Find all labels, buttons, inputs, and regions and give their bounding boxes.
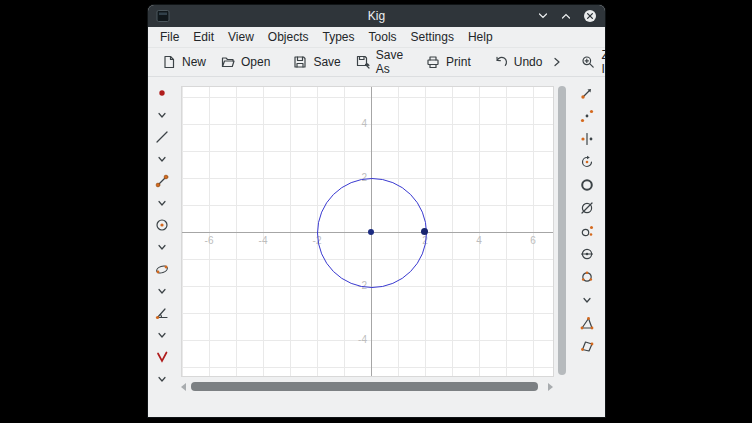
x-tick-label: -4 — [251, 235, 275, 246]
polygon-icon — [579, 315, 595, 331]
transform-tool-expander[interactable] — [578, 292, 596, 308]
undo-dropdown-chevron-icon[interactable] — [549, 55, 565, 69]
menubar: File Edit View Objects Types Tools Setti… — [148, 27, 605, 47]
vector-polygon-tool-button[interactable] — [578, 338, 596, 354]
vertical-scrollbar[interactable] — [557, 86, 567, 377]
chevron-down-icon — [156, 197, 168, 209]
open-button[interactable]: Open — [213, 50, 277, 74]
conic-tool-button[interactable] — [153, 261, 171, 277]
point-on-circle-object[interactable] — [421, 228, 428, 235]
central-symmetry-icon — [579, 108, 595, 124]
similitude-tool-button[interactable] — [578, 223, 596, 239]
harmonic-icon — [579, 246, 595, 262]
zoom-in-icon — [580, 54, 596, 70]
rotate-icon — [579, 154, 595, 170]
y-tick-label: 4 — [339, 118, 367, 129]
close-button[interactable] — [583, 9, 597, 23]
menu-file[interactable]: File — [153, 30, 186, 44]
titlebar[interactable]: Kig — [148, 5, 605, 27]
angle-tool-expander[interactable] — [153, 327, 171, 343]
right-toolbar — [569, 77, 605, 417]
new-button[interactable]: New — [154, 50, 213, 74]
segment-icon — [154, 173, 170, 189]
save-button[interactable]: Save — [285, 50, 347, 74]
test-tool-button[interactable] — [153, 349, 171, 365]
circle-tool-button[interactable] — [153, 217, 171, 233]
translate-icon — [579, 85, 595, 101]
chevron-down-icon — [156, 153, 168, 165]
similitude-icon — [579, 223, 595, 239]
segment-tool-button[interactable] — [153, 173, 171, 189]
print-button[interactable]: Print — [418, 50, 478, 74]
chevron-down-icon — [156, 373, 168, 385]
polygon-tool-button[interactable] — [578, 315, 596, 331]
chevron-down-icon — [156, 109, 168, 121]
vector-polygon-icon — [579, 338, 595, 354]
reflect-tool-button[interactable] — [578, 131, 596, 147]
projective-icon — [579, 200, 595, 216]
translate-tool-button[interactable] — [578, 85, 596, 101]
vertical-scrollbar-thumb[interactable] — [558, 86, 566, 375]
menu-help[interactable]: Help — [461, 30, 500, 44]
save-as-icon — [355, 54, 371, 70]
scroll-right-arrow-icon[interactable] — [548, 383, 553, 391]
menu-edit[interactable]: Edit — [186, 30, 221, 44]
new-document-icon — [161, 54, 177, 70]
horizontal-scrollbar-thumb[interactable] — [191, 382, 538, 391]
circle-icon — [154, 217, 170, 233]
test-tool-expander[interactable] — [153, 371, 171, 387]
save-as-label: Save As — [376, 48, 403, 76]
affinity-icon — [579, 269, 595, 285]
line-tool-button[interactable] — [153, 129, 171, 145]
angle-tool-button[interactable] — [153, 305, 171, 321]
point-tool-expander[interactable] — [153, 107, 171, 123]
rotate-tool-button[interactable] — [578, 154, 596, 170]
inversion-tool-button[interactable] — [578, 177, 596, 193]
angle-icon — [154, 305, 170, 321]
kig-window: Kig File Edit View Objects Types Tools S… — [148, 5, 605, 417]
horizontal-scrollbar-track[interactable] — [189, 382, 545, 391]
geometry-canvas[interactable]: -6 -4 -2 2 4 6 4 2 -2 -4 — [181, 86, 554, 377]
projective-tool-button[interactable] — [578, 200, 596, 216]
harmonic-tool-button[interactable] — [578, 246, 596, 262]
app-icon — [156, 9, 170, 23]
menu-tools[interactable]: Tools — [362, 30, 404, 44]
x-tick-label: 6 — [521, 235, 545, 246]
center-point-object[interactable] — [368, 229, 374, 235]
main-area: -6 -4 -2 2 4 6 4 2 -2 -4 — [148, 77, 605, 417]
print-icon — [425, 54, 441, 70]
save-icon — [292, 54, 308, 70]
line-icon — [154, 129, 170, 145]
open-label: Open — [241, 55, 270, 69]
minimize-button[interactable] — [537, 10, 549, 22]
reflect-icon — [579, 131, 595, 147]
horizontal-scrollbar[interactable] — [181, 380, 567, 393]
menu-settings[interactable]: Settings — [404, 30, 461, 44]
menu-view[interactable]: View — [221, 30, 261, 44]
scroll-left-arrow-icon[interactable] — [181, 383, 186, 391]
circle-tool-expander[interactable] — [153, 239, 171, 255]
save-label: Save — [313, 55, 340, 69]
undo-button[interactable]: Undo — [486, 50, 550, 74]
new-label: New — [182, 55, 206, 69]
chevron-down-icon — [156, 241, 168, 253]
conic-tool-expander[interactable] — [153, 283, 171, 299]
maximize-button[interactable] — [560, 10, 572, 22]
line-tool-expander[interactable] — [153, 151, 171, 167]
print-label: Print — [446, 55, 471, 69]
toolbar: New Open Save Save As Print Undo Zoom — [148, 47, 605, 77]
zoom-in-button[interactable]: Zoom In — [573, 50, 605, 74]
x-tick-label: -6 — [197, 235, 221, 246]
chevron-down-icon — [581, 294, 593, 306]
segment-tool-expander[interactable] — [153, 195, 171, 211]
open-folder-icon — [220, 54, 236, 70]
menu-objects[interactable]: Objects — [261, 30, 316, 44]
x-tick-label: 4 — [467, 235, 491, 246]
central-symmetry-tool-button[interactable] — [578, 108, 596, 124]
menu-types[interactable]: Types — [316, 30, 362, 44]
save-as-button[interactable]: Save As — [348, 50, 410, 74]
conic-icon — [154, 261, 170, 277]
chevron-down-icon — [156, 285, 168, 297]
affinity-tool-button[interactable] — [578, 269, 596, 285]
point-tool-button[interactable] — [153, 85, 171, 101]
